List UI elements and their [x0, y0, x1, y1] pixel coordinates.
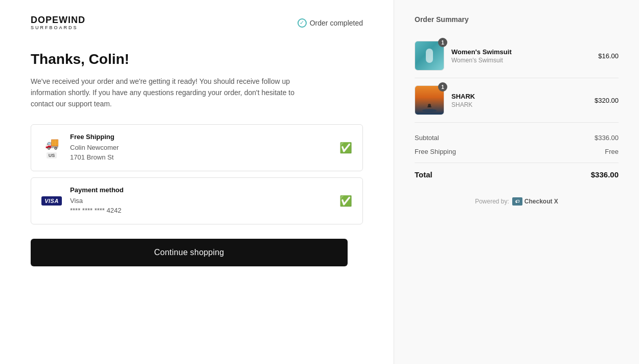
left-panel: DOPEWIND SURFBOARDS ✓ Order completed Th…	[0, 0, 394, 364]
brand-tagline: SURFBOARDS	[31, 26, 85, 31]
product-row: 1 Women's Swimsuit Women's Swimsuit $16.…	[415, 34, 619, 78]
product-image-wrap: 1	[415, 41, 444, 71]
subtotal-value: $336.00	[595, 134, 619, 142]
payment-check-icon: ✅	[339, 195, 352, 207]
checkout-x-logo: 🏷 Checkout X	[512, 197, 558, 206]
powered-by-text: Powered by:	[475, 198, 509, 205]
thanks-heading: Thanks, Colin!	[31, 51, 363, 67]
shipping-content: Free Shipping Colin Newcomer 1701 Brown …	[70, 133, 352, 163]
powered-by: Powered by: 🏷 Checkout X	[415, 197, 619, 206]
product-name-swimsuit: Women's Swimsuit	[451, 48, 591, 56]
checkout-x-icon: 🏷	[512, 197, 522, 206]
subtotal-label: Subtotal	[415, 134, 439, 142]
header: DOPEWIND SURFBOARDS ✓ Order completed	[31, 15, 363, 31]
total-label: Total	[415, 170, 432, 179]
svg-point-2	[428, 104, 431, 107]
visa-logo: VISA	[41, 196, 62, 206]
total-line: Total $336.00	[415, 163, 619, 182]
shipping-address: 1701 Brown St	[70, 152, 352, 163]
thanks-description: We've received your order and we're gett…	[31, 76, 317, 110]
order-summary-title: Order Summary	[415, 15, 619, 24]
card-type: Visa	[70, 196, 352, 206]
check-circle-icon: ✓	[298, 18, 307, 28]
qty-badge-2: 1	[438, 82, 447, 92]
shipping-name: Colin Newcomer	[70, 143, 352, 153]
shipping-icon-wrap: 🚚 US	[41, 137, 62, 158]
right-panel: Order Summary 1 Women's Swimsuit Women's…	[394, 0, 639, 364]
product-price-swimsuit: $16.00	[598, 52, 619, 60]
country-badge: US	[47, 152, 57, 158]
product-info-shark: SHARK SHARK	[451, 93, 587, 108]
checkout-x-name: Checkout X	[524, 198, 558, 205]
shipping-title: Free Shipping	[70, 133, 352, 141]
total-value: $336.00	[591, 170, 619, 179]
payment-content: Payment method Visa **** **** **** 4242	[70, 186, 352, 216]
product-price-shark: $320.00	[595, 97, 619, 104]
shipping-line: Free Shipping Free	[415, 145, 619, 158]
logo: DOPEWIND SURFBOARDS	[31, 15, 85, 31]
product-variant-shark: SHARK	[451, 101, 587, 108]
shipping-value: Free	[605, 148, 619, 155]
product-info-swimsuit: Women's Swimsuit Women's Swimsuit	[451, 48, 591, 64]
brand-name: DOPEWIND SURFBOARDS	[31, 15, 85, 31]
card-number: **** **** **** 4242	[70, 206, 352, 216]
order-status-text: Order completed	[310, 19, 363, 27]
payment-icon-wrap: VISA	[41, 196, 62, 206]
shipping-label: Free Shipping	[415, 148, 456, 155]
order-status-badge: ✓ Order completed	[298, 18, 363, 28]
product-row: 1 SHARK SHARK $320.00	[415, 78, 619, 123]
shipping-card: 🚚 US Free Shipping Colin Newcomer 1701 B…	[31, 124, 363, 171]
continue-shopping-button[interactable]: Continue shopping	[31, 239, 348, 266]
product-variant-swimsuit: Women's Swimsuit	[451, 57, 591, 64]
product-image-wrap-shark: 1	[415, 85, 444, 115]
qty-badge-1: 1	[438, 38, 447, 47]
svg-point-0	[422, 109, 437, 112]
product-name-shark: SHARK	[451, 93, 587, 100]
payment-title: Payment method	[70, 186, 352, 194]
truck-icon: 🚚	[45, 137, 59, 150]
summary-lines: Subtotal $336.00 Free Shipping Free Tota…	[415, 131, 619, 182]
payment-card: VISA Payment method Visa **** **** **** …	[31, 177, 363, 224]
shipping-check-icon: ✅	[339, 142, 352, 154]
subtotal-line: Subtotal $336.00	[415, 131, 619, 145]
surfer-silhouette	[422, 102, 437, 112]
